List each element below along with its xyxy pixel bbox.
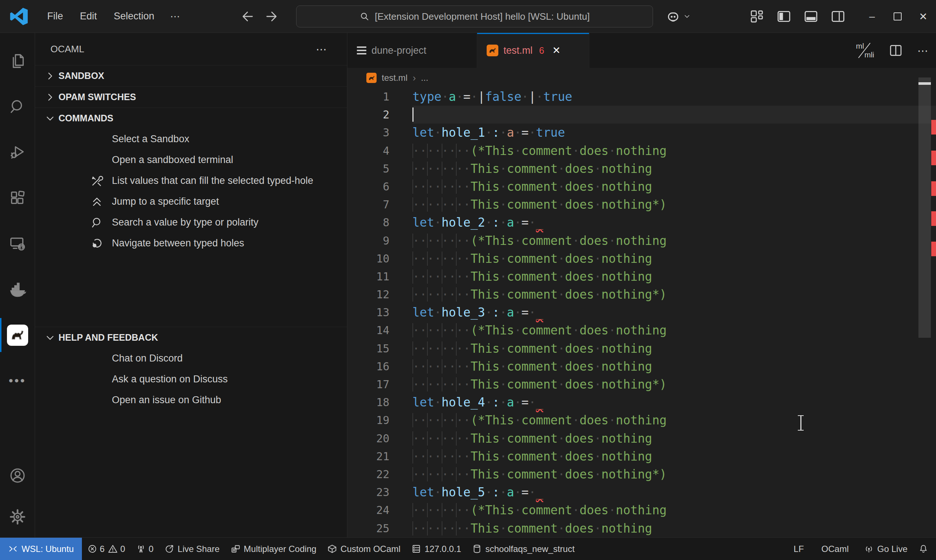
code-token-ws: · [594,162,602,176]
editor-more-actions-icon[interactable]: ⋯ [918,44,930,57]
split-editor-icon[interactable] [889,43,903,57]
toggle-sidebar-icon[interactable] [777,9,791,24]
code-token-ws: · [441,89,449,104]
menu-selection[interactable]: Selection [105,11,163,22]
toggle-panel-icon[interactable] [804,9,818,24]
activity-ocaml[interactable] [0,312,35,358]
eol-indicator[interactable]: LF [788,538,810,560]
activity-run-debug[interactable] [0,129,35,175]
tab-test-ml[interactable]: test.ml 6 ✕ [477,33,590,68]
code-line[interactable]: 25········This·comment·does·nothing [347,519,936,537]
command-center-search[interactable]: [Extension Development Host] hello [WSL:… [296,6,653,28]
code-line[interactable]: 24········(*This·comment·does·nothing [347,501,936,519]
code-line[interactable]: 6········This·comment·does·nothing [347,178,936,195]
activity-extensions[interactable] [0,175,35,221]
command-search-value[interactable]: Search a value by type or polarity [35,212,347,233]
close-tab-icon[interactable]: ✕ [552,45,560,56]
code-line[interactable]: 9········(*This·comment·does·nothing [347,232,936,250]
activity-remote-explorer[interactable] [0,221,35,266]
code-line[interactable]: 22········This·comment·does·nothing*) [347,465,936,483]
code-line[interactable]: 20········This·comment·does·nothing [347,429,936,448]
error-count: 6 [100,544,105,554]
code-token-ws: · [529,395,536,409]
custom-ocaml-button[interactable]: Custom OCaml [322,538,406,560]
section-opam-switches[interactable]: OPAM SWITCHES [35,86,347,108]
go-live-button[interactable]: Go Live [859,538,913,560]
code-line[interactable]: 4········(*This·comment·does·nothing [347,142,936,160]
activity-accounts[interactable] [0,455,35,496]
navigate-back-icon[interactable] [240,9,254,24]
code-line[interactable]: 18let·hole_4·:·a·=·_ [347,393,936,411]
breadcrumb[interactable]: test.ml › ... [347,68,936,88]
code-line[interactable]: 12········This·comment·does·nothing*) [347,286,936,303]
close-button[interactable]: ✕ [910,0,936,33]
code-token-cm: This [471,431,499,446]
remote-indicator[interactable]: WSL: Ubuntu [0,538,82,560]
section-commands[interactable]: COMMANDS [35,108,347,129]
code-area[interactable]: 1type·a·=·|false·|·true23let·hole_1·:·a·… [347,88,936,537]
overview-error-mark [931,242,936,256]
command-select-sandbox[interactable]: Select a Sandbox [35,129,347,149]
code-line[interactable]: 14········(*This·comment·does·nothing [347,321,936,339]
code-line[interactable]: 19········(*This·comment·does·nothing [347,411,936,429]
tab-dune-project[interactable]: dune-project [347,33,477,68]
database-indicator[interactable]: schoolfaqs_new_struct [466,538,580,560]
code-line[interactable]: 1type·a·=·|false·|·true [347,88,936,106]
copilot-menu[interactable] [666,0,691,33]
menu-edit[interactable]: Edit [72,11,106,22]
help-ask-discuss[interactable]: Ask a question on Discuss [35,369,347,390]
activity-search[interactable] [0,84,35,129]
code-line[interactable]: 8let·hole_2·:·a·=·_ [347,214,936,231]
menu-overflow-icon[interactable]: ⋯ [163,11,188,22]
live-share-button[interactable]: Live Share [159,538,225,560]
activity-more[interactable]: ••• [0,358,35,403]
code-line[interactable]: 5········This·comment·does·nothing [347,160,936,178]
customize-layout-icon[interactable] [750,9,764,24]
section-help-feedback[interactable]: HELP AND FEEDBACK [35,327,347,348]
ports-indicator[interactable]: 0 [131,538,159,560]
command-open-sandboxed-terminal[interactable]: Open a sandboxed terminal [35,149,347,170]
code-line[interactable]: 2 [347,106,936,123]
code-line[interactable]: 7········This·comment·does·nothing*) [347,195,936,214]
code-line[interactable]: 23let·hole_5·:·a·=·_ [347,483,936,501]
code-token-ws: · [529,485,536,499]
host-indicator[interactable]: 127.0.0.1 [406,538,466,560]
help-open-issue-github[interactable]: Open an issue on Github [35,390,347,411]
language-indicator[interactable]: OCaml [816,538,854,560]
server-icon [411,544,421,554]
editor-scrollbar[interactable] [919,77,931,338]
code-line[interactable]: 10········This·comment·does·nothing [347,250,936,268]
code-line[interactable]: 11········This·comment·does·nothing [347,268,936,286]
sidebar-more-actions-icon[interactable]: ⋯ [316,43,328,55]
code-line[interactable]: 3let·hole_1·:·a·=·true [347,123,936,142]
notifications-button[interactable] [913,538,934,560]
code-token-cm: comment [507,251,557,266]
code-line[interactable]: 15········This·comment·does·nothing [347,340,936,357]
code-token-cm: comment [521,503,572,517]
command-jump-to-target[interactable]: Jump to a specific target [35,191,347,212]
maximize-button[interactable] [885,0,910,33]
minimize-button[interactable]: – [859,0,885,33]
line-number: 17 [347,375,389,393]
problems-indicator[interactable]: 6 0 [82,538,131,560]
code-line[interactable]: 21········This·comment·does·nothing [347,448,936,465]
activity-explorer[interactable] [0,38,35,84]
command-navigate-typed-holes[interactable]: Navigate between typed holes [35,233,347,254]
toggle-secondary-sidebar-icon[interactable] [831,9,845,24]
section-label: OPAM SWITCHES [58,92,136,102]
activity-settings[interactable] [0,496,35,537]
menu-file[interactable]: File [39,11,72,22]
activity-docker[interactable] [0,266,35,312]
switch-ml-mli-button[interactable]: ml mli [855,42,874,59]
code-line[interactable]: 16········This·comment·does·nothing [347,357,936,375]
breadcrumb-more: ... [421,73,428,83]
section-sandbox[interactable]: SANDBOX [35,65,347,86]
command-list-typed-hole-values[interactable]: List values that can fill the selected t… [35,170,347,191]
code-token-cm: does [565,359,594,374]
dune-file-icon [357,46,366,54]
navigate-forward-icon[interactable] [265,9,280,24]
multiplayer-coding-button[interactable]: Multiplayer Coding [225,538,322,560]
code-line[interactable]: 17········This·comment·does·nothing*) [347,375,936,393]
code-line[interactable]: 13let·hole_3·:·a·=·_ [347,303,936,321]
help-chat-discord[interactable]: Chat on Discord [35,348,347,369]
